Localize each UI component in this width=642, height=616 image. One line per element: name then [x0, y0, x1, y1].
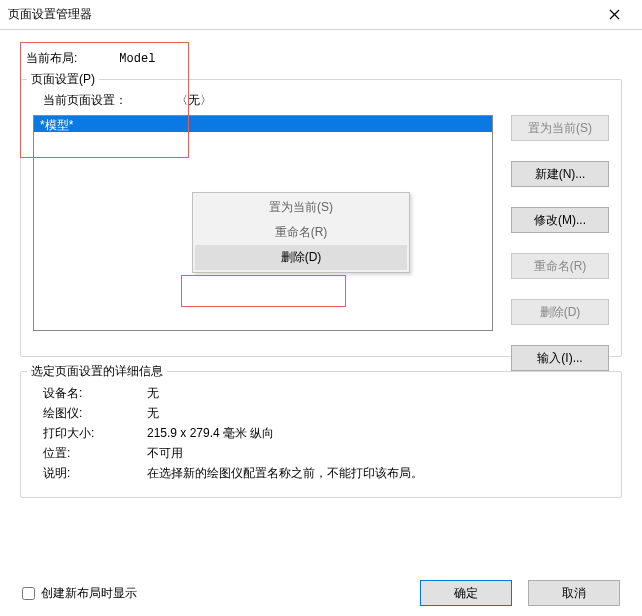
import-button[interactable]: 输入(I)... — [511, 345, 609, 371]
current-layout-value: Model — [119, 52, 155, 66]
details-legend: 选定页面设置的详细信息 — [27, 363, 167, 380]
list-item[interactable]: *模型* — [34, 116, 492, 132]
close-icon — [609, 9, 620, 20]
detail-value: 无 — [147, 385, 159, 402]
detail-value: 在选择新的绘图仪配置名称之前，不能打印该布局。 — [147, 465, 423, 482]
detail-value: 215.9 x 279.4 毫米 纵向 — [147, 425, 274, 442]
ctx-rename[interactable]: 重命名(R) — [195, 220, 407, 245]
current-layout-label: 当前布局: — [26, 50, 116, 67]
delete-button[interactable]: 删除(D) — [511, 299, 609, 325]
current-layout-row: 当前布局: Model — [26, 50, 622, 67]
ok-button[interactable]: 确定 — [420, 580, 512, 606]
detail-row-desc: 说明: 在选择新的绘图仪配置名称之前，不能打印该布局。 — [43, 465, 609, 482]
titlebar: 页面设置管理器 — [0, 0, 642, 30]
cancel-button[interactable]: 取消 — [528, 580, 620, 606]
window-title: 页面设置管理器 — [8, 6, 594, 23]
ctx-set-current[interactable]: 置为当前(S) — [195, 195, 407, 220]
detail-row-where: 位置: 不可用 — [43, 445, 609, 462]
detail-key: 说明: — [43, 465, 147, 482]
checkbox-input[interactable] — [22, 587, 35, 600]
detail-row-plotter: 绘图仪: 无 — [43, 405, 609, 422]
new-button[interactable]: 新建(N)... — [511, 161, 609, 187]
page-setup-group: 页面设置(P) 当前页面设置： 〈无〉 *模型* 置为当前(S) 重命名(R) … — [20, 79, 622, 357]
footer: 创建新布局时显示 确定 取消 — [0, 580, 642, 606]
detail-key: 打印大小: — [43, 425, 147, 442]
detail-key: 位置: — [43, 445, 147, 462]
detail-row-device: 设备名: 无 — [43, 385, 609, 402]
detail-value: 不可用 — [147, 445, 183, 462]
detail-row-size: 打印大小: 215.9 x 279.4 毫米 纵向 — [43, 425, 609, 442]
checkbox-label: 创建新布局时显示 — [41, 585, 137, 602]
current-setup-label: 当前页面设置： — [43, 92, 173, 109]
page-setup-list[interactable]: *模型* 置为当前(S) 重命名(R) 删除(D) — [33, 115, 493, 331]
modify-button[interactable]: 修改(M)... — [511, 207, 609, 233]
details-group: 选定页面设置的详细信息 设备名: 无 绘图仪: 无 打印大小: 215.9 x … — [20, 371, 622, 498]
current-setup-row: 当前页面设置： 〈无〉 — [43, 92, 609, 109]
set-current-button[interactable]: 置为当前(S) — [511, 115, 609, 141]
context-menu: 置为当前(S) 重命名(R) 删除(D) — [192, 192, 410, 273]
page-setup-legend: 页面设置(P) — [27, 71, 99, 88]
current-setup-value: 〈无〉 — [176, 93, 212, 107]
rename-button[interactable]: 重命名(R) — [511, 253, 609, 279]
button-column: 置为当前(S) 新建(N)... 修改(M)... 重命名(R) 删除(D) 输… — [511, 115, 609, 371]
detail-value: 无 — [147, 405, 159, 422]
detail-key: 设备名: — [43, 385, 147, 402]
show-on-new-layout-checkbox[interactable]: 创建新布局时显示 — [22, 585, 137, 602]
ctx-delete[interactable]: 删除(D) — [195, 245, 407, 270]
detail-key: 绘图仪: — [43, 405, 147, 422]
close-button[interactable] — [594, 1, 634, 29]
